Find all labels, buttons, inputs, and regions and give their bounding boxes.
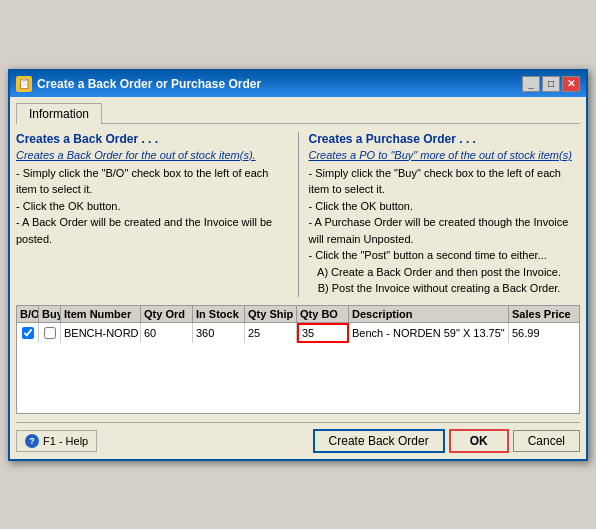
left-panel: Creates a Back Order . . . Creates a Bac…: [16, 132, 288, 297]
bo-checkbox[interactable]: [22, 327, 34, 339]
left-panel-subtitle: Creates a Back Order for the out of stoc…: [16, 149, 288, 161]
col-header-instock: In Stock: [193, 306, 245, 322]
panel-divider: [298, 132, 299, 297]
title-bar: 📋 Create a Back Order or Purchase Order …: [10, 71, 586, 97]
content-area: Creates a Back Order . . . Creates a Bac…: [16, 132, 580, 297]
cell-qty-bo[interactable]: 35: [297, 323, 349, 343]
col-header-buy: Buy: [39, 306, 61, 322]
table-header: B/O Buy Item Number Qty Ord In Stock Qty…: [17, 306, 579, 323]
cancel-button[interactable]: Cancel: [513, 430, 580, 452]
right-panel-title: Creates a Purchase Order . . .: [309, 132, 581, 146]
empty-table-area: [17, 343, 579, 413]
col-header-qtyord: Qty Ord: [141, 306, 193, 322]
title-bar-controls: _ □ ✕: [522, 76, 580, 92]
table-row: BENCH-NORD 60 360 25 35 Bench - NORDEN 5…: [17, 323, 579, 343]
cell-qty-ord: 60: [141, 323, 193, 343]
col-header-price: Sales Price: [509, 306, 579, 322]
window-title: Create a Back Order or Purchase Order: [37, 77, 261, 91]
buy-checkbox[interactable]: [44, 327, 56, 339]
cell-qty-ship: 25: [245, 323, 297, 343]
minimize-button[interactable]: _: [522, 76, 540, 92]
footer-actions: Create Back Order OK Cancel: [313, 429, 580, 453]
right-panel-body: - Simply click the "Buy" check box to th…: [309, 165, 581, 297]
col-header-desc: Description: [349, 306, 509, 322]
window-icon: 📋: [16, 76, 32, 92]
help-label: F1 - Help: [43, 435, 88, 447]
col-header-qtybo: Qty BO: [297, 306, 349, 322]
tab-bar: Information: [16, 103, 580, 124]
cell-in-stock: 360: [193, 323, 245, 343]
right-panel-subtitle: Creates a PO to "Buy" more of the out of…: [309, 149, 581, 161]
cell-buy[interactable]: [39, 323, 61, 343]
help-button[interactable]: ? F1 - Help: [16, 430, 97, 452]
close-button[interactable]: ✕: [562, 76, 580, 92]
left-panel-title: Creates a Back Order . . .: [16, 132, 288, 146]
create-back-order-button[interactable]: Create Back Order: [313, 429, 445, 453]
col-header-bo: B/O: [17, 306, 39, 322]
tab-information[interactable]: Information: [16, 103, 102, 124]
main-window: 📋 Create a Back Order or Purchase Order …: [8, 69, 588, 461]
data-table: B/O Buy Item Number Qty Ord In Stock Qty…: [16, 305, 580, 414]
help-icon: ?: [25, 434, 39, 448]
cell-description: Bench - NORDEN 59" X 13.75": [349, 323, 509, 343]
title-bar-left: 📋 Create a Back Order or Purchase Order: [16, 76, 261, 92]
footer: ? F1 - Help Create Back Order OK Cancel: [16, 422, 580, 453]
window-body: Information Creates a Back Order . . . C…: [10, 97, 586, 459]
right-panel: Creates a Purchase Order . . . Creates a…: [309, 132, 581, 297]
col-header-qtyship: Qty Ship: [245, 306, 297, 322]
cell-bo[interactable]: [17, 323, 39, 343]
cell-item-number: BENCH-NORD: [61, 323, 141, 343]
maximize-button[interactable]: □: [542, 76, 560, 92]
ok-button[interactable]: OK: [449, 429, 509, 453]
left-panel-body: - Simply click the "B/O" check box to th…: [16, 165, 288, 248]
cell-sales-price: 56.99: [509, 323, 579, 343]
col-header-item: Item Number: [61, 306, 141, 322]
